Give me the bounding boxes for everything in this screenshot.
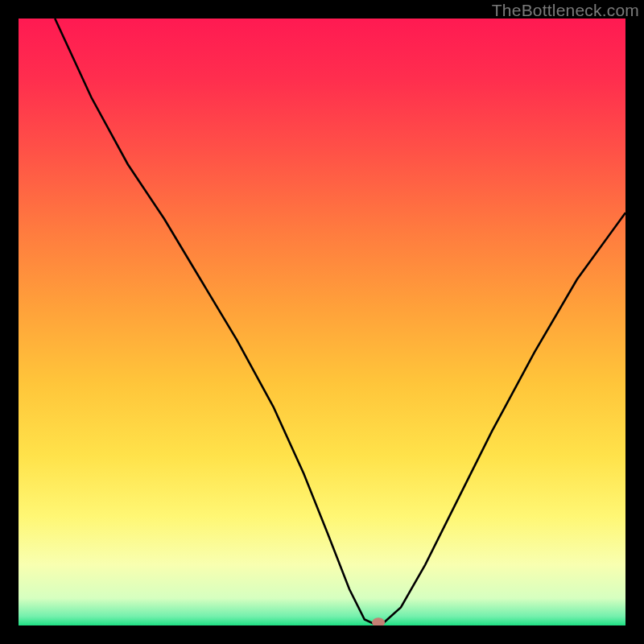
watermark-text: TheBottleneck.com (492, 1, 639, 20)
plot-area (19, 19, 625, 625)
minimum-marker (372, 617, 385, 625)
curve-layer (19, 19, 625, 625)
chart-frame: TheBottleneck.com (0, 0, 644, 644)
bottleneck-curve (55, 19, 625, 624)
